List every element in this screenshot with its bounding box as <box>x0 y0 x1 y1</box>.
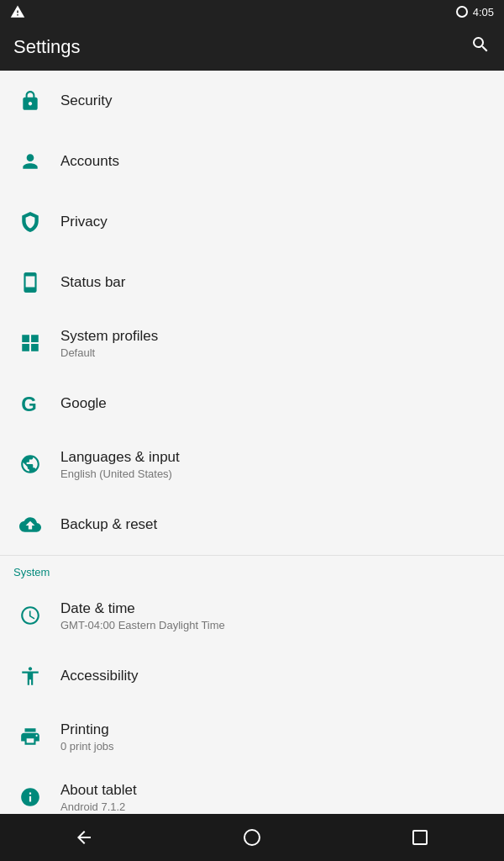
backup-text: Backup & reset <box>60 516 157 533</box>
accessibility-icon <box>13 659 47 693</box>
status-bar-left <box>10 4 25 19</box>
search-icon <box>470 34 491 55</box>
settings-item-accounts[interactable]: Accounts <box>0 131 504 192</box>
profiles-text: System profiles Default <box>60 328 158 359</box>
svg-rect-2 <box>413 831 427 844</box>
print-icon <box>13 720 47 753</box>
lock-icon <box>13 84 47 118</box>
languages-subtitle: English (United States) <box>60 467 180 480</box>
settings-item-languages[interactable]: Languages & input English (United States… <box>0 434 504 494</box>
status-bar-right: 4:05 <box>456 6 494 18</box>
globe-icon <box>13 447 47 481</box>
about-subtitle: Android 7.1.2 <box>60 800 137 813</box>
settings-item-printing[interactable]: Printing 0 print jobs <box>0 706 504 767</box>
about-text: About tablet Android 7.1.2 <box>60 782 137 813</box>
shield-icon <box>13 205 47 239</box>
accounts-text: Accounts <box>60 153 119 170</box>
search-button[interactable] <box>470 34 491 60</box>
privacy-text: Privacy <box>60 214 108 230</box>
back-button[interactable] <box>59 821 109 854</box>
printing-title: Printing <box>60 721 114 738</box>
accessibility-text: Accessibility <box>60 668 139 684</box>
security-title: Security <box>60 92 112 109</box>
status-time: 4:05 <box>473 6 494 18</box>
recents-button[interactable] <box>395 821 445 854</box>
google-icon: G <box>13 387 47 420</box>
person-icon <box>13 145 47 178</box>
google-text: Google <box>60 395 107 412</box>
datetime-text: Date & time GMT-04:00 Eastern Daylight T… <box>60 600 225 631</box>
nav-bar <box>0 814 504 861</box>
settings-item-privacy[interactable]: Privacy <box>0 192 504 252</box>
settings-item-statusbar[interactable]: Status bar <box>0 252 504 313</box>
datetime-title: Date & time <box>60 600 225 617</box>
home-button[interactable] <box>227 821 277 854</box>
svg-point-1 <box>244 830 260 845</box>
profiles-title: System profiles <box>60 328 158 345</box>
datetime-subtitle: GMT-04:00 Eastern Daylight Time <box>60 619 225 631</box>
system-section-header: System <box>0 555 504 585</box>
settings-list: Security Accounts Privacy Status bar <box>0 71 504 827</box>
profiles-subtitle: Default <box>60 346 158 359</box>
warning-icon <box>10 4 25 19</box>
languages-title: Languages & input <box>60 449 180 466</box>
settings-item-datetime[interactable]: Date & time GMT-04:00 Eastern Daylight T… <box>0 585 504 646</box>
circle-status-icon <box>456 6 468 18</box>
app-title: Settings <box>13 36 81 58</box>
settings-item-profiles[interactable]: System profiles Default <box>0 313 504 373</box>
settings-item-backup[interactable]: Backup & reset <box>0 494 504 555</box>
settings-item-google[interactable]: G Google <box>0 373 504 434</box>
statusbar-icon <box>13 266 47 299</box>
back-icon <box>74 827 94 848</box>
settings-item-accessibility[interactable]: Accessibility <box>0 646 504 706</box>
profiles-icon <box>13 326 47 360</box>
printing-text: Printing 0 print jobs <box>60 721 114 753</box>
backup-title: Backup & reset <box>60 516 157 533</box>
statusbar-text: Status bar <box>60 274 126 291</box>
security-text: Security <box>60 92 112 109</box>
accessibility-title: Accessibility <box>60 668 139 684</box>
svg-text:G: G <box>21 393 37 415</box>
info-icon <box>13 780 47 814</box>
recent-icon <box>410 827 430 848</box>
languages-text: Languages & input English (United States… <box>60 449 180 480</box>
status-bar: 4:05 <box>0 0 504 24</box>
printing-subtitle: 0 print jobs <box>60 740 114 753</box>
home-icon <box>242 827 262 848</box>
statusbar-title: Status bar <box>60 274 126 291</box>
app-bar: Settings <box>0 24 504 71</box>
privacy-title: Privacy <box>60 214 108 230</box>
backup-icon <box>13 508 47 541</box>
about-title: About tablet <box>60 782 137 799</box>
settings-item-security[interactable]: Security <box>0 71 504 131</box>
accounts-title: Accounts <box>60 153 119 170</box>
google-title: Google <box>60 395 107 412</box>
clock-icon <box>13 599 47 632</box>
